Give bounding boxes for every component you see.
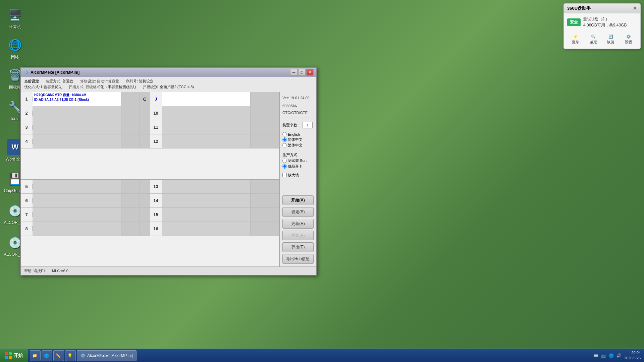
taskbar-alcormp[interactable]: ⚙️ AlcorMP.exe [AlcorMP.ini] xyxy=(77,350,137,361)
slot-extra-12 xyxy=(251,134,269,148)
slot-main-10[interactable] xyxy=(162,106,251,120)
device-count-input[interactable] xyxy=(303,122,313,128)
panel-settings-button[interactable]: ⚙️ 设置 xyxy=(620,33,637,46)
panel-360u-buttons: ⚡ 查杀 🔍 鉴定 🔄 恢复 ⚙️ 设置 xyxy=(567,31,637,46)
production-sort-option[interactable]: 测试架 Sort xyxy=(282,158,314,163)
slot-extra-5 xyxy=(121,180,140,193)
stop-button[interactable]: 停止(P) xyxy=(282,231,314,240)
magnifier-checkbox-label[interactable]: 放大镜 xyxy=(282,173,314,178)
slot-main-7[interactable] xyxy=(33,208,121,222)
device-count-text: 装置个数： xyxy=(282,123,301,128)
lightbulb-icon: 💡 xyxy=(67,353,72,358)
slot-status-7 xyxy=(140,208,150,222)
lang-traditional-radio[interactable] xyxy=(282,143,287,147)
taskbar-clock[interactable]: 20:04 2020/5/26 xyxy=(624,350,641,361)
lang-english-radio[interactable] xyxy=(282,132,287,136)
drive-space: 4.06GB可用，共9.40GB xyxy=(583,22,627,28)
taskbar-items: 📁 🌐 ✏️ 💡 ⚙️ AlcorMP.exe [AlcorMP.ini] xyxy=(28,349,590,362)
slot-row-11: 11 xyxy=(150,120,279,134)
slot-main-5[interactable] xyxy=(33,180,121,193)
update-button[interactable]: 更新(R) xyxy=(282,219,314,229)
taskbar-chrome[interactable]: 🌐 xyxy=(42,350,52,361)
serial-label: 序列号: 随机设定 xyxy=(126,79,154,84)
slot-main-8[interactable] xyxy=(33,222,121,236)
keyboard-icon: ⌨️ xyxy=(593,353,598,358)
production-card-radio[interactable] xyxy=(282,164,287,169)
close-button[interactable]: ✕ xyxy=(306,69,314,76)
maximize-button[interactable]: □ xyxy=(298,69,306,76)
lang-simplified-radio[interactable] xyxy=(282,137,287,142)
optimize-label: 优化方式: U盘容量优先 xyxy=(24,84,62,89)
slot-row-7: 7 xyxy=(21,208,150,222)
slot-status-2 xyxy=(140,106,150,120)
slot-main-13[interactable] xyxy=(162,180,251,193)
desktop-icon-network[interactable]: 🌐 网络 xyxy=(2,37,29,60)
tools-icon-label: tools xyxy=(11,116,19,121)
slot-main-3[interactable] xyxy=(33,120,121,134)
slot-main-6[interactable] xyxy=(33,194,121,207)
restore-icon: 🔄 xyxy=(608,35,613,39)
ver-label: Ver: 19.01.24.00 xyxy=(282,95,314,102)
taskbar-pencil[interactable]: ✏️ xyxy=(53,350,64,361)
panel-restore-button[interactable]: 🔄 恢复 xyxy=(602,33,620,46)
slot-main-2[interactable] xyxy=(33,106,121,120)
chrome-icon: 🌐 xyxy=(44,353,49,358)
settings-row-1: 当前设定 装置方式: 普通盘 坏块设定: 自动计算容量 序列号: 随机设定 xyxy=(24,79,313,84)
slot-main-16[interactable] xyxy=(162,222,251,236)
slot-main-J[interactable] xyxy=(162,92,251,106)
lang-english-option[interactable]: English xyxy=(282,132,314,136)
magnifier-checkbox[interactable] xyxy=(282,173,287,177)
export-button[interactable]: 导出Hub信息 xyxy=(282,254,314,264)
start-menu-button[interactable]: 开始 xyxy=(0,349,28,362)
lang-traditional-option[interactable]: 繁体中文 xyxy=(282,143,314,148)
slot-extra-3 xyxy=(121,120,140,134)
slot-group-left-bottom: 5 6 7 xyxy=(21,180,150,266)
settings-button[interactable]: 设定(S) xyxy=(282,207,314,217)
start-button[interactable]: 开始(A) xyxy=(282,195,314,205)
desktop-icon-computer[interactable]: 🖥️ 计算机 xyxy=(2,7,29,30)
current-settings-label: 当前设定 xyxy=(24,79,39,84)
production-sort-radio[interactable] xyxy=(282,159,287,163)
minimize-button[interactable]: ─ xyxy=(290,69,298,76)
eject-button[interactable]: 弹出(E) xyxy=(282,242,314,252)
slot-row-8: 8 xyxy=(21,222,150,236)
network-tray-icon: 🌐 xyxy=(609,353,614,358)
right-info: Ver: 19.01.24.00 6989SN-GTC/GTD/GTE xyxy=(282,95,314,118)
slot-status-14 xyxy=(269,194,279,207)
slot-main-11[interactable] xyxy=(162,120,251,134)
app-title-icon: ⚙️ xyxy=(23,70,29,75)
taskbar-file-manager[interactable]: 📁 xyxy=(30,350,41,361)
panel-360u-close-button[interactable]: ✕ xyxy=(633,6,637,11)
production-section: 生产方式 测试架 Sort 成品开卡 xyxy=(282,152,314,169)
clock-time: 20:04 xyxy=(624,350,641,355)
slot-main-4[interactable] xyxy=(33,134,121,148)
slot-row-4: 4 xyxy=(21,134,150,148)
slot-row-5: 5 xyxy=(21,180,150,194)
panel-appraise-button[interactable]: 🔍 鉴定 xyxy=(585,33,602,46)
slot-group-right-top: J 10 xyxy=(150,92,280,179)
panel-scan-button[interactable]: ⚡ 查杀 xyxy=(567,33,584,46)
drive-info-text: 测试U盘（J:） 4.06GB可用，共9.40GB xyxy=(583,16,627,28)
slot-main-12[interactable] xyxy=(162,134,251,148)
spacer xyxy=(282,180,314,193)
slot-row-6: 6 xyxy=(21,194,150,208)
production-card-option[interactable]: 成品开卡 xyxy=(282,164,314,169)
alcormp-label: AlcorMP.exe [AlcorMP.ini] xyxy=(87,353,133,358)
slot-row-14: 14 xyxy=(150,194,279,208)
lang-simplified-option[interactable]: 简体中文 xyxy=(282,137,314,142)
taskbar-lightbulb[interactable]: 💡 xyxy=(65,350,76,361)
computer-icon-label: 计算机 xyxy=(9,24,21,30)
app-title-text: AlcorMP.exe [AlcorMP.ini] xyxy=(31,70,290,75)
slot-main-1[interactable]: H27QDG8M2MTR 容量: 10884.4M ID:AD,3A,18,A3… xyxy=(33,92,121,106)
slot-status-4 xyxy=(140,134,150,148)
production-radio-group: 测试架 Sort 成品开卡 xyxy=(282,158,314,169)
slot-status-8 xyxy=(140,222,150,236)
slot-status-16 xyxy=(269,222,279,236)
slot-main-14[interactable] xyxy=(162,194,251,207)
clock-date: 2020/5/26 xyxy=(624,356,641,361)
slot-main-15[interactable] xyxy=(162,208,251,222)
slot-row-16: 16 xyxy=(150,222,279,236)
slot-status-J xyxy=(269,92,279,106)
slot-extra-J xyxy=(251,92,269,106)
volume-icon: 🔊 xyxy=(616,353,622,358)
